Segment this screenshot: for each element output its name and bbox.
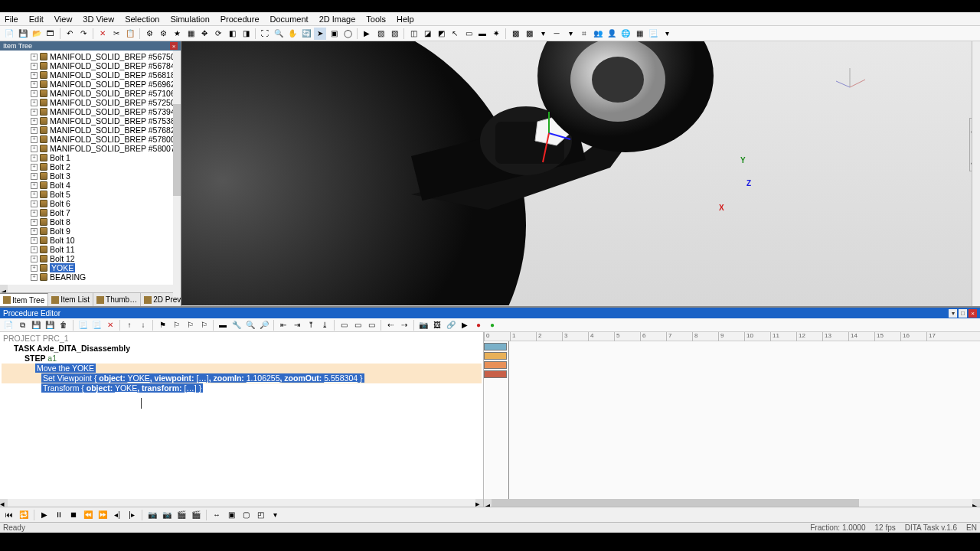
expand-icon[interactable]: + [31, 237, 38, 244]
block-b-icon[interactable]: ▭ [351, 319, 364, 331]
expand-icon[interactable]: + [31, 246, 38, 253]
tree-item[interactable]: +YOKE [31, 263, 181, 272]
user-icon[interactable]: 👤 [606, 28, 618, 40]
rotate-icon[interactable]: ⟳ [212, 28, 224, 40]
expand-icon[interactable]: + [31, 201, 38, 207]
link-icon[interactable]: 🔗 [445, 319, 457, 331]
chevron-down-icon[interactable]: ▾ [269, 509, 281, 521]
menu-simulation[interactable]: Simulation [170, 15, 209, 24]
expand-icon[interactable]: + [31, 155, 38, 161]
flag-icon[interactable]: ⚑ [156, 319, 168, 331]
tree-item[interactable]: +MANIFOLD_SOLID_BREP #573946 [31, 107, 181, 116]
expand-icon[interactable]: + [31, 256, 38, 262]
tree-item[interactable]: +Bolt 8 [31, 217, 181, 227]
img-icon[interactable]: 🖼 [431, 319, 443, 331]
flag2-icon[interactable]: ⚐ [170, 319, 182, 331]
layout-b-icon[interactable]: ◪ [421, 28, 433, 40]
tree-item[interactable]: +Bolt 12 [31, 254, 181, 263]
step-back-icon[interactable]: ◂| [111, 509, 123, 521]
zoom-in-icon[interactable]: 🔍 [273, 28, 285, 40]
magnify-icon[interactable]: 🔍 [244, 319, 256, 331]
stop2-icon[interactable]: ● [486, 319, 498, 331]
close-icon[interactable]: × [969, 309, 977, 318]
tree-item[interactable]: +BEARING [31, 272, 181, 282]
chevron-down-icon[interactable]: ▾ [564, 28, 577, 40]
skip-fwd-icon[interactable]: ⏩ [96, 509, 109, 521]
tree-item[interactable]: +MANIFOLD_SOLID_BREP #578002 [31, 135, 181, 144]
expand-icon[interactable]: + [31, 274, 38, 281]
project-row[interactable]: PROJECT PRC_1 [2, 334, 482, 344]
viewport-scrollbar-v[interactable] [972, 41, 980, 306]
doc-a-icon[interactable]: 📃 [77, 319, 89, 331]
block-c-icon[interactable]: ▭ [365, 319, 377, 331]
indent-r-icon[interactable]: ⇢ [398, 319, 410, 331]
select-lasso-icon[interactable]: ◯ [341, 28, 354, 40]
cam-a-icon[interactable]: 📷 [146, 509, 158, 521]
anim-a-icon[interactable]: ▧ [374, 28, 387, 40]
play-icon[interactable]: ▶ [361, 28, 373, 40]
undo-icon[interactable]: ↶ [64, 28, 76, 40]
align-t-icon[interactable]: ⤒ [305, 319, 317, 331]
wire-icon[interactable]: ⌗ [578, 28, 590, 40]
expand-icon[interactable]: + [31, 191, 38, 198]
mat-b-icon[interactable]: ▩ [523, 28, 535, 40]
timeline-playhead[interactable] [508, 341, 509, 507]
menu-view[interactable]: View [54, 15, 73, 24]
expand-icon[interactable]: + [31, 136, 38, 143]
expand-icon[interactable]: + [31, 81, 38, 88]
timeline-block-transform[interactable] [484, 370, 507, 378]
set-viewpoint-row[interactable]: Set Viewpoint { object: YOKE, viewpoint:… [2, 373, 482, 383]
close-icon[interactable]: × [170, 42, 178, 50]
cursor-icon[interactable]: ↖ [449, 28, 461, 40]
procedure-tree[interactable]: PROJECT PRC_1 TASK Axle_DITA_Disassembly… [0, 332, 484, 507]
expand-icon[interactable]: + [31, 109, 38, 116]
timeline[interactable]: 01234567891011121314151617 ◂ ▸ [484, 332, 980, 507]
indent-l-icon[interactable]: ⇠ [384, 319, 397, 331]
block-a-icon[interactable]: ▭ [338, 319, 350, 331]
tab-item-tree[interactable]: Item Tree [0, 293, 48, 306]
flag3-icon[interactable]: ⚐ [184, 319, 196, 331]
new-icon[interactable]: 📄 [3, 28, 15, 40]
orbit-icon[interactable]: 🔄 [300, 28, 312, 40]
save-icon[interactable]: 💾 [17, 28, 29, 40]
cam-d-icon[interactable]: 🎬 [190, 509, 202, 521]
window-icon[interactable]: 🗔 [44, 28, 57, 40]
tool-a-icon[interactable]: ◧ [226, 28, 238, 40]
menu-help[interactable]: Help [397, 15, 414, 24]
move-icon[interactable]: ✥ [198, 28, 211, 40]
tree-item[interactable]: +MANIFOLD_SOLID_BREP #572506 [31, 98, 181, 107]
step-row[interactable]: STEP a1 [2, 354, 482, 364]
tree-item[interactable]: +MANIFOLD_SOLID_BREP #567844 [31, 61, 181, 70]
menu-file[interactable]: File [5, 15, 18, 24]
select-box-icon[interactable]: ▣ [328, 28, 340, 40]
tree-item[interactable]: +MANIFOLD_SOLID_BREP #575386 [31, 116, 181, 126]
align-b-icon[interactable]: ⤓ [318, 319, 331, 331]
tab-item-list[interactable]: Item List [48, 293, 93, 306]
expand-icon[interactable]: + [31, 54, 38, 60]
paste-icon[interactable]: 📋 [124, 28, 136, 40]
fit-c-icon[interactable]: ◰ [254, 509, 266, 521]
action-title-row[interactable]: Move the YOKE [2, 364, 482, 373]
cam-b-icon[interactable]: 📷 [161, 509, 173, 521]
expand-icon[interactable]: + [31, 164, 38, 171]
line-icon[interactable]: ─ [550, 28, 563, 40]
tool-b-icon[interactable]: ◨ [240, 28, 252, 40]
region-icon[interactable]: ▭ [462, 28, 475, 40]
expand-icon[interactable]: + [31, 99, 38, 106]
item-tree[interactable]: +MANIFOLD_SOLID_BREP #567502+MANIFOLD_SO… [0, 51, 181, 285]
expand-icon[interactable]: + [31, 265, 38, 272]
record-icon[interactable]: ● [472, 319, 485, 331]
gear-icon[interactable]: ⚙ [143, 28, 155, 40]
menu-edit[interactable]: Edit [29, 15, 44, 24]
more-icon[interactable]: ▾ [661, 28, 673, 40]
scrollbar-vertical[interactable] [173, 51, 181, 297]
maximize-icon[interactable]: □ [959, 309, 967, 318]
people-icon[interactable]: 👥 [592, 28, 604, 40]
open-icon[interactable]: 📂 [31, 28, 43, 40]
timeline-block-viewpoint[interactable] [484, 361, 507, 369]
grid-icon[interactable]: ▦ [633, 28, 645, 40]
tree-item[interactable]: +Bolt 4 [31, 181, 181, 190]
tree-item[interactable]: +Bolt 10 [31, 236, 181, 245]
pause-icon[interactable]: ⏸ [53, 509, 65, 521]
arrow-up-icon[interactable]: ↑ [123, 319, 136, 331]
